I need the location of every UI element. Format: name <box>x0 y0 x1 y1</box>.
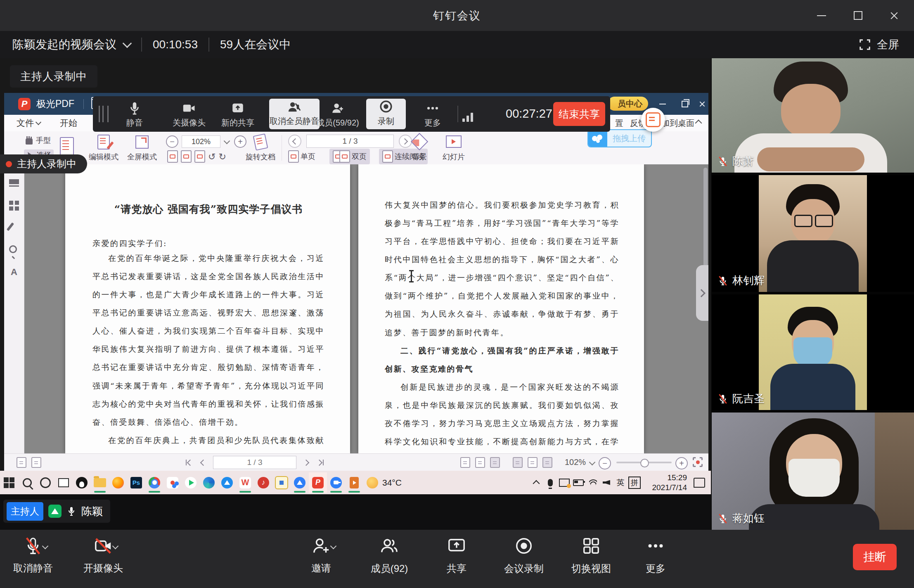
wps-icon[interactable]: W <box>236 472 254 493</box>
close-button[interactable] <box>886 7 902 24</box>
slideshow-button[interactable]: 幻灯片 <box>443 135 465 162</box>
tray-wifi-icon[interactable] <box>585 472 599 493</box>
netease-music-icon[interactable]: ♪ <box>254 472 272 493</box>
pdf-close-button[interactable] <box>696 99 708 109</box>
fullscreen-mode-button[interactable]: 全屏模式 <box>127 135 157 162</box>
status-page-indicator[interactable]: 1 / 3 <box>213 456 296 469</box>
drag-upload-button[interactable]: 拖拽上传 <box>587 129 652 147</box>
more-button[interactable]: 更多 <box>620 536 691 575</box>
baidu-netdisk-icon[interactable] <box>163 472 182 493</box>
drag-handle[interactable] <box>99 106 109 122</box>
single-page-button[interactable]: 单页 <box>288 150 315 163</box>
participant-tile[interactable]: 林钊辉 <box>712 175 914 292</box>
start-button[interactable] <box>0 472 18 493</box>
tray-cast-icon[interactable] <box>557 472 571 493</box>
chevron-down-icon[interactable] <box>330 543 336 550</box>
edit-mode-button[interactable]: 编辑模式 <box>89 135 118 162</box>
first-page-button[interactable] <box>186 460 192 465</box>
background-button[interactable]: 背景 <box>412 134 427 162</box>
members-button[interactable]: 成员(59/92) <box>313 100 362 128</box>
camera-off-button[interactable]: 关摄像头 <box>164 100 214 128</box>
next-page-button[interactable] <box>399 135 412 148</box>
prev-view-icon[interactable] <box>17 457 26 468</box>
fullscreen-button[interactable]: 全屏 <box>859 31 899 58</box>
hangup-button[interactable]: 挂断 <box>853 544 897 570</box>
edge-icon[interactable] <box>200 472 218 493</box>
fit-width-icon[interactable] <box>194 150 205 163</box>
double-page-button[interactable]: 双页 <box>329 149 370 164</box>
lang-indicator[interactable]: 英 <box>613 472 627 493</box>
maximize-button[interactable] <box>850 7 866 24</box>
invite-button[interactable]: 邀请 <box>286 536 356 575</box>
next-view-icon[interactable] <box>31 457 41 468</box>
collapse-ribbon-icon[interactable] <box>695 120 702 127</box>
record-button[interactable]: 录制 <box>366 99 406 129</box>
menu-settings[interactable]: 置 <box>615 118 623 129</box>
prev-page-button[interactable] <box>200 459 207 466</box>
switch-view-button[interactable]: 切换视图 <box>556 536 626 575</box>
annotate-icon[interactable] <box>9 222 19 232</box>
dingtalk-meeting-icon[interactable] <box>291 472 309 493</box>
weather-icon[interactable] <box>363 472 381 493</box>
jiguang-pdf-icon[interactable]: P <box>309 472 327 493</box>
outline-icon[interactable] <box>9 179 19 182</box>
zoom-slider-knob[interactable] <box>640 459 649 467</box>
double-view-icon[interactable] <box>542 457 552 468</box>
chrome-icon[interactable] <box>145 472 163 493</box>
chevron-down-icon[interactable] <box>123 39 132 48</box>
share-button[interactable]: 共享 <box>421 536 492 575</box>
chevron-down-icon[interactable] <box>42 543 48 550</box>
text-tool-icon[interactable]: A <box>9 267 19 277</box>
qq-icon[interactable] <box>73 472 91 493</box>
fit-width-icon[interactable] <box>490 457 500 468</box>
thumbnails-icon[interactable] <box>9 201 19 211</box>
zoom-value[interactable]: 102% <box>182 135 220 148</box>
rotate-left-icon[interactable]: ↺ <box>208 152 215 162</box>
more-button[interactable]: 更多 <box>408 100 457 128</box>
dingtalk-icon[interactable] <box>218 472 236 493</box>
prev-page-button[interactable] <box>288 135 301 148</box>
photoshop-icon[interactable]: Ps <box>127 472 145 493</box>
temperature-readout[interactable]: 34°C <box>382 478 402 488</box>
file-explorer-icon[interactable] <box>91 472 109 493</box>
new-share-button[interactable]: 新的共享 <box>213 100 263 128</box>
search-icon[interactable] <box>9 245 19 255</box>
meeting-title[interactable]: 陈颖发起的视频会议 <box>12 37 116 52</box>
participant-tile[interactable]: 阮吉圣 <box>712 294 914 410</box>
pdf-convert-float-button[interactable] <box>641 108 665 132</box>
end-share-button[interactable]: 结束共享 <box>553 102 605 126</box>
ime-indicator[interactable]: 拼 <box>627 472 642 493</box>
tab-home[interactable]: 开始 <box>60 117 77 129</box>
tray-battery-icon[interactable] <box>571 472 585 493</box>
actual-size-icon[interactable] <box>167 150 178 163</box>
pdf-minimize-button[interactable] <box>656 99 669 109</box>
tencent-video-icon[interactable] <box>182 472 200 493</box>
pdf-restore-button[interactable] <box>679 99 691 109</box>
search-icon[interactable] <box>18 472 36 493</box>
cortana-icon[interactable] <box>36 472 54 493</box>
mute-button[interactable]: 静音 <box>110 100 159 128</box>
zoom-slider[interactable] <box>616 462 672 463</box>
hand-tool[interactable]: 手型 <box>26 135 51 145</box>
notification-icon[interactable] <box>694 478 705 488</box>
status-zoom-value[interactable]: 102% <box>565 458 596 467</box>
unmute-all-button[interactable]: 取消全员静音 <box>269 99 320 129</box>
member-center-button[interactable]: 员中心 <box>608 97 648 111</box>
video-call-icon[interactable] <box>327 472 345 493</box>
zoom-in-button[interactable]: + <box>234 135 246 148</box>
unmute-button[interactable]: 取消静音 <box>0 536 68 575</box>
tray-expand-icon[interactable] <box>529 472 543 493</box>
actual-size-icon[interactable] <box>460 457 470 468</box>
fullscreen-status-icon[interactable] <box>693 457 703 467</box>
fit-page-icon[interactable] <box>181 150 192 163</box>
orange-doc-icon[interactable] <box>345 472 363 493</box>
tray-volume-icon[interactable] <box>599 472 613 493</box>
zoom-dropdown-icon[interactable] <box>224 138 230 144</box>
last-page-button[interactable] <box>317 460 324 465</box>
task-view-icon[interactable] <box>54 472 73 493</box>
minimize-button[interactable] <box>813 7 830 24</box>
members-button[interactable]: 成员(92) <box>354 536 424 575</box>
page-indicator[interactable]: 1 / 3 <box>306 135 394 148</box>
single-view-icon[interactable] <box>528 457 538 468</box>
rotate-right-icon[interactable]: ↻ <box>218 152 226 162</box>
